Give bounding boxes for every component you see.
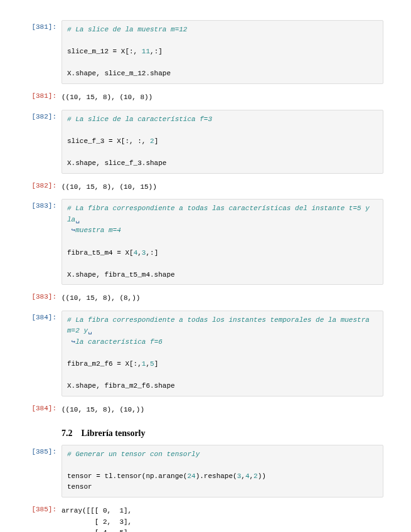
cell-383-input: [383]: # La fibra correspondiente a toda… xyxy=(28,199,383,285)
prompt-in-383: [383]: xyxy=(28,199,61,210)
code-line: slice_m_12 = X[:, xyxy=(67,48,142,55)
code-line: X.shape, slice_m_12.shape xyxy=(67,70,171,77)
section-title: Librería tensorly xyxy=(82,428,146,438)
num-literal: 2 xyxy=(150,137,154,145)
code-line: tensor = tl.tensor(np.arange( xyxy=(67,472,187,480)
output-382: ((10, 15, 8), (10, 15)) xyxy=(61,179,383,194)
code-line: ,:] xyxy=(146,249,158,257)
comment: muestra m=4 xyxy=(75,226,121,234)
num-literal: 5 xyxy=(150,360,154,368)
code-line: tensor xyxy=(67,483,92,491)
prompt-out-382: [382]: xyxy=(28,179,61,189)
num-literal: 11 xyxy=(142,48,150,55)
code-381: # La slice de la muestra m=12 slice_m_12… xyxy=(61,20,383,84)
comment: # La slice de la muestra m=12 xyxy=(67,26,187,33)
num-literal: 24 xyxy=(187,472,195,480)
comment: # La fibra correspondiente a todas los i… xyxy=(67,316,374,335)
code-383: # La fibra correspondiente a todas las c… xyxy=(61,199,383,285)
comment: # La slice de la característica f=3 xyxy=(67,115,212,123)
output-384: ((10, 15, 8), (10,)) xyxy=(61,402,383,417)
num-literal: 2 xyxy=(254,472,258,480)
prompt-in-381: [381]: xyxy=(28,20,61,31)
wrap-trail-icon: ␣ xyxy=(88,327,92,334)
code-line: fibra_m2_f6 = X[:, xyxy=(67,360,142,368)
cell-384-input: [384]: # La fibra correspondiente a toda… xyxy=(28,311,383,396)
prompt-in-385: [385]: xyxy=(28,445,61,455)
code-line: ] xyxy=(154,360,159,368)
cell-385-output: [385]: array([[[ 0, 1], [ 2, 3], [ 4, 5]… xyxy=(28,503,383,532)
page: [381]: # La slice de la muestra m=12 sli… xyxy=(0,0,411,532)
prompt-in-384: [384]: xyxy=(28,311,61,321)
code-line: )) xyxy=(258,472,266,480)
cell-383-output: [383]: ((10, 15, 8), (8,)) xyxy=(28,290,383,306)
output-383: ((10, 15, 8), (8,)) xyxy=(61,290,383,306)
cell-382-output: [382]: ((10, 15, 8), (10, 15)) xyxy=(28,179,383,194)
comment: # Generar un tensor con tensorly xyxy=(67,450,200,458)
section-number: 7.2 xyxy=(61,428,73,438)
output-381: ((10, 15, 8), (10, 8)) xyxy=(61,89,383,105)
cell-382-input: [382]: # La slice de la característica f… xyxy=(28,110,383,174)
cell-384-output: [384]: ((10, 15, 8), (10,)) xyxy=(28,402,383,417)
code-line: ,:] xyxy=(150,48,163,55)
section-heading: 7.2Librería tensorly xyxy=(61,428,383,439)
code-line: X.shape, slice_f_3.shape xyxy=(67,159,166,167)
comment: la característica f=6 xyxy=(75,338,163,346)
prompt-out-381: [381]: xyxy=(28,89,61,100)
prompt-out-385: [385]: xyxy=(28,503,61,513)
code-line: slice_f_3 = X[:, :, xyxy=(67,137,150,145)
wrap-trail-icon: ␣ xyxy=(75,216,80,223)
cell-385-input: [385]: # Generar un tensor con tensorly … xyxy=(28,445,383,497)
code-line: ] xyxy=(154,137,159,145)
code-line: , xyxy=(137,249,142,257)
prompt-out-384: [384]: xyxy=(28,402,61,412)
code-384: # La fibra correspondiente a todas los i… xyxy=(61,311,383,396)
cell-381-input: [381]: # La slice de la muestra m=12 sli… xyxy=(28,20,383,84)
code-line: ).reshape( xyxy=(196,472,237,480)
prompt-out-383: [383]: xyxy=(28,290,61,301)
output-385: array([[[ 0, 1], [ 2, 3], [ 4, 5], [ 6, … xyxy=(61,503,383,532)
cell-381-output: [381]: ((10, 15, 8), (10, 8)) xyxy=(28,89,383,105)
code-line: X.shape, fibra_m2_f6.shape xyxy=(67,382,175,390)
code-line: X.shape, fibra_t5_m4.shape xyxy=(67,271,175,279)
prompt-in-382: [382]: xyxy=(28,110,61,120)
code-line: fibra_t5_m4 = X[ xyxy=(67,249,134,257)
code-line: , xyxy=(241,472,245,480)
code-382: # La slice de la característica f=3 slic… xyxy=(61,110,383,174)
code-385: # Generar un tensor con tensorly tensor … xyxy=(61,445,383,497)
comment: # La fibra correspondiente a todas las c… xyxy=(67,205,374,223)
